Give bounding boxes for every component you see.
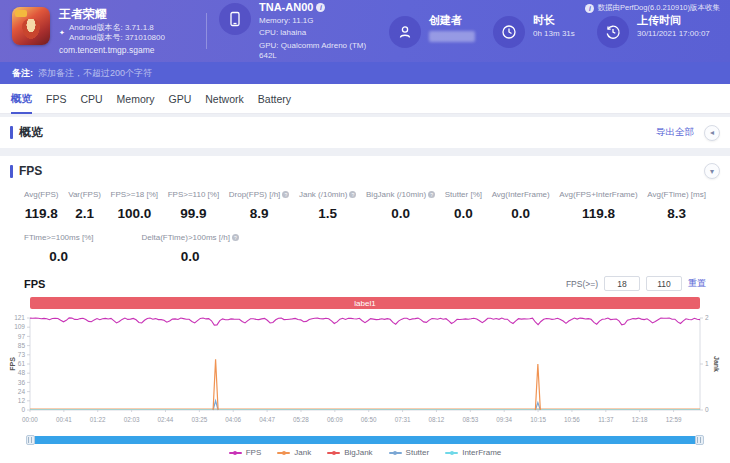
legend-marker <box>445 452 458 454</box>
chart-range-scrollbar[interactable] <box>28 436 702 444</box>
fps-chart-title: FPS <box>24 278 566 290</box>
tab[interactable]: Network <box>198 85 251 113</box>
creator-label: 创建者 <box>429 14 475 27</box>
help-icon[interactable]: ? <box>349 191 356 198</box>
legend-item[interactable]: Jank <box>277 448 311 457</box>
metric-cell: Stutter [%]? 0.0 <box>445 190 482 221</box>
upload-time-label: 上传时间 <box>637 14 710 27</box>
range-handle-left[interactable] <box>26 435 35 445</box>
metric-cell: Avg(FPS+InterFrame)? 119.8 <box>559 190 637 221</box>
fps-line-chart[interactable]: 01224364861738597109121012FPSJank00:0000… <box>8 312 722 430</box>
help-icon[interactable]: ? <box>428 191 435 198</box>
svg-text:01:22: 01:22 <box>90 416 106 423</box>
chart-label1-band[interactable]: label1 <box>30 297 700 309</box>
legend-item[interactable]: Stutter <box>389 448 430 457</box>
svg-text:10:15: 10:15 <box>530 416 546 423</box>
svg-text:00:00: 00:00 <box>22 416 38 423</box>
device-memory: Memory: 11.1G <box>259 16 377 27</box>
svg-text:Jank: Jank <box>713 356 720 372</box>
fps-threshold-label: FPS(>=) <box>566 279 598 289</box>
android-version-name: Android版本名: 3.71.1.8 <box>69 23 165 33</box>
diamond-icon: ✦ <box>59 28 65 38</box>
game-app-icon <box>12 7 50 45</box>
legend-marker <box>327 452 340 454</box>
metric-cell: Avg(FPS)? 119.8 <box>24 190 59 221</box>
fps-chart[interactable]: 01224364861738597109121012FPSJank00:0000… <box>0 312 730 434</box>
tab[interactable]: GPU <box>162 85 199 113</box>
tab[interactable]: CPU <box>73 85 109 113</box>
svg-text:85: 85 <box>18 342 26 349</box>
help-icon[interactable]: ? <box>232 234 239 241</box>
device-info-block: TNA-AN00 i Memory: 11.1G CPU: lahaina GP… <box>219 1 377 62</box>
remark-bar[interactable]: 备注: 添加备注，不超过200个字符 <box>0 62 730 84</box>
svg-text:03:25: 03:25 <box>191 416 207 423</box>
reset-link[interactable]: 重置 <box>688 277 706 290</box>
section-accent <box>10 126 13 139</box>
fps-metrics-row2: FTime>=100ms [%]? 0.0 Delta(FTime)>100ms… <box>0 231 730 274</box>
metric-value: 119.8 <box>24 206 59 221</box>
phone-icon <box>219 3 251 35</box>
metric-value: 8.3 <box>647 206 706 221</box>
package-name: com.tencent.tmgp.sgame <box>59 45 165 55</box>
range-handle-right[interactable] <box>695 435 704 445</box>
fps-collapse-button[interactable]: ▾ <box>704 163 720 179</box>
fps-threshold-low-input[interactable] <box>604 276 640 291</box>
remark-placeholder: 添加备注，不超过200个字符 <box>38 67 152 80</box>
metric-value: 0.0 <box>24 249 94 264</box>
metric-value: 99.9 <box>168 206 219 221</box>
device-info-icon[interactable]: i <box>316 3 325 12</box>
svg-text:04:47: 04:47 <box>259 416 275 423</box>
legend-marker <box>389 452 402 454</box>
metric-value: 0.0 <box>445 206 482 221</box>
upload-time-value: 30/11/2021 17:00:07 <box>637 29 710 40</box>
header-divider <box>206 13 207 49</box>
metric-cell: Delta(FTime)>100ms [/h]? 0.0 <box>142 233 239 264</box>
legend-item[interactable]: BigJank <box>327 448 372 457</box>
metric-cell: Var(FPS)? 2.1 <box>68 190 101 221</box>
legend-item[interactable]: InterFrame <box>445 448 501 457</box>
svg-text:73: 73 <box>18 351 26 358</box>
legend-item[interactable]: FPS <box>229 448 262 457</box>
report-tabbar: 概览 FPS CPU Memory GPU Network Battery <box>0 84 730 114</box>
svg-text:05:28: 05:28 <box>293 416 309 423</box>
android-version-code: Android版本号: 371010800 <box>69 33 165 43</box>
svg-text:02:44: 02:44 <box>158 416 174 423</box>
metric-value: 0.0 <box>492 206 550 221</box>
help-icon[interactable]: ? <box>282 191 289 198</box>
duration-value: 0h 13m 31s <box>533 29 575 40</box>
metric-value: 2.1 <box>68 206 101 221</box>
person-icon <box>389 16 421 48</box>
duration-block: 时长 0h 13m 31s <box>493 14 585 48</box>
metric-value: 119.8 <box>559 206 637 221</box>
tab[interactable]: Battery <box>251 85 298 113</box>
metric-value: 0.0 <box>366 206 435 221</box>
svg-text:2: 2 <box>705 314 709 321</box>
svg-text:00:41: 00:41 <box>56 416 72 423</box>
upload-history-icon <box>597 16 629 48</box>
collector-note: i 数据由PerfDog(6.0.210910)版本收集 <box>585 3 720 13</box>
device-gpu: GPU: Qualcomm Adreno (TM) 642L <box>259 41 377 62</box>
tab[interactable]: Memory <box>110 85 162 113</box>
metric-cell: Jank (/10min)? 1.5 <box>299 190 356 221</box>
overview-collapse-button[interactable]: ◂ <box>704 125 720 141</box>
svg-text:1: 1 <box>705 360 709 367</box>
fps-card: FPS ▾ Avg(FPS)? 119.8 Var(FPS)? 2.1 FPS>… <box>0 156 730 463</box>
svg-text:12: 12 <box>18 397 26 404</box>
svg-text:12:18: 12:18 <box>632 416 648 423</box>
creator-name-redacted <box>429 31 475 42</box>
fps-threshold-high-input[interactable] <box>646 276 682 291</box>
overview-section-title: 概览 <box>19 124 656 141</box>
tab[interactable]: FPS <box>39 85 73 113</box>
tab[interactable]: 概览 <box>4 84 39 114</box>
metric-cell: FTime>=100ms [%]? 0.0 <box>24 233 94 264</box>
svg-text:02:03: 02:03 <box>124 416 140 423</box>
export-all-link[interactable]: 导出全部 <box>656 126 694 139</box>
svg-text:08:53: 08:53 <box>462 416 478 423</box>
metric-cell: BigJank (/10min)? 0.0 <box>366 190 435 221</box>
report-header: 王者荣耀 ✦ Android版本名: 3.71.1.8 Android版本号: … <box>0 0 730 62</box>
svg-text:FPS: FPS <box>9 357 16 371</box>
metric-cell: FPS>=110 [%]? 99.9 <box>168 190 219 221</box>
metric-value: 1.5 <box>299 206 356 221</box>
chart-legend: FPS Jank BigJank Stutter InterFrame <box>0 448 730 457</box>
metric-cell: Avg(InterFrame)? 0.0 <box>492 190 550 221</box>
